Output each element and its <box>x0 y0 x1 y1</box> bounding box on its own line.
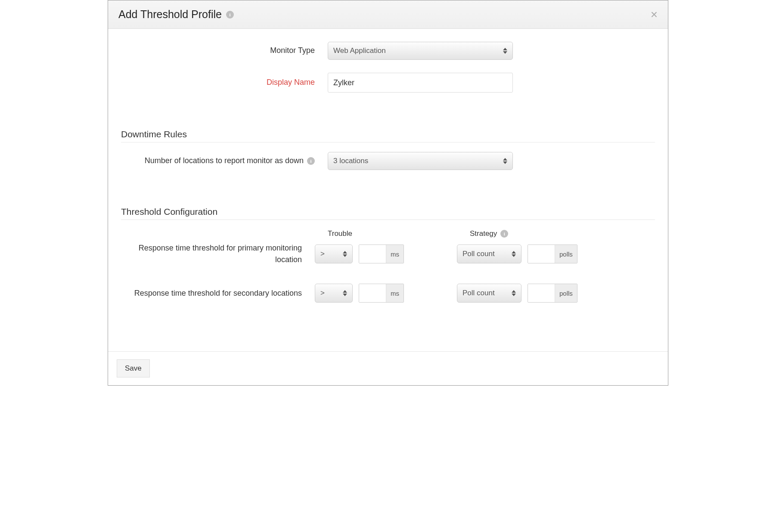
section-title-threshold-config: Threshold Configuration <box>121 207 655 217</box>
input-primary-strategy-field[interactable] <box>528 245 555 263</box>
threshold-column-headers: Trouble Strategy i <box>121 229 655 238</box>
input-secondary-strategy-field[interactable] <box>528 284 555 302</box>
select-monitor-type-value: Web Application <box>333 46 386 55</box>
strategy-group-primary: Poll count polls <box>457 244 577 263</box>
form-row-monitor-type: Monitor Type Web Application <box>121 42 655 60</box>
modal-title-text: Add Threshold Profile <box>118 8 222 21</box>
modal-title: Add Threshold Profile i <box>118 8 234 21</box>
unit-polls: polls <box>555 284 577 302</box>
chevron-updown-icon <box>343 290 347 296</box>
modal-footer: Save <box>108 351 668 385</box>
unit-polls: polls <box>555 245 577 263</box>
label-monitor-type: Monitor Type <box>121 46 315 56</box>
threshold-row-secondary: Response time threshold for secondary lo… <box>121 284 655 303</box>
section-title-downtime-rules: Downtime Rules <box>121 129 655 139</box>
modal-header: Add Threshold Profile i × <box>108 0 668 29</box>
modal-body: Monitor Type Web Application Display Nam… <box>108 29 668 351</box>
form-row-num-locations: Number of locations to report monitor as… <box>121 152 655 170</box>
input-primary-value: ms <box>359 244 404 263</box>
unit-ms: ms <box>386 284 404 302</box>
select-primary-operator[interactable]: > <box>315 244 353 263</box>
info-icon[interactable]: i <box>500 230 508 238</box>
select-secondary-strategy[interactable]: Poll count <box>457 284 521 303</box>
strategy-group-secondary: Poll count polls <box>457 284 577 303</box>
input-display-name[interactable] <box>328 73 513 93</box>
label-secondary-threshold: Response time threshold for secondary lo… <box>121 288 315 299</box>
input-primary-strategy-value: polls <box>528 244 577 263</box>
info-icon[interactable]: i <box>307 157 315 165</box>
chevron-updown-icon <box>343 251 347 257</box>
divider <box>121 220 655 220</box>
unit-ms: ms <box>386 245 404 263</box>
trouble-group-primary: > ms <box>315 244 457 263</box>
close-button[interactable]: × <box>651 9 658 21</box>
input-secondary-value: ms <box>359 284 404 303</box>
input-primary-value-field[interactable] <box>359 245 386 263</box>
select-num-locations[interactable]: 3 locations <box>328 152 513 170</box>
chevron-updown-icon <box>512 251 516 257</box>
select-num-locations-value: 3 locations <box>333 157 368 165</box>
select-secondary-operator[interactable]: > <box>315 284 353 303</box>
save-button[interactable]: Save <box>117 359 150 377</box>
divider <box>121 142 655 142</box>
chevron-updown-icon <box>503 158 507 164</box>
label-primary-threshold: Response time threshold for primary moni… <box>121 242 315 266</box>
label-display-name: Display Name <box>121 77 315 87</box>
modal-add-threshold-profile: Add Threshold Profile i × Monitor Type W… <box>108 0 668 386</box>
info-icon[interactable]: i <box>226 11 234 19</box>
close-icon: × <box>651 8 658 21</box>
label-num-locations: Number of locations to report monitor as… <box>121 156 315 166</box>
select-primary-strategy[interactable]: Poll count <box>457 244 521 263</box>
form-row-display-name: Display Name <box>121 73 655 93</box>
input-secondary-strategy-value: polls <box>528 284 577 303</box>
label-trouble-col: Trouble <box>328 229 470 238</box>
trouble-group-secondary: > ms <box>315 284 457 303</box>
label-strategy-col: Strategy i <box>470 229 508 238</box>
select-monitor-type[interactable]: Web Application <box>328 42 513 60</box>
input-secondary-value-field[interactable] <box>359 284 386 302</box>
chevron-updown-icon <box>503 48 507 54</box>
chevron-updown-icon <box>512 290 516 296</box>
threshold-row-primary: Response time threshold for primary moni… <box>121 242 655 266</box>
